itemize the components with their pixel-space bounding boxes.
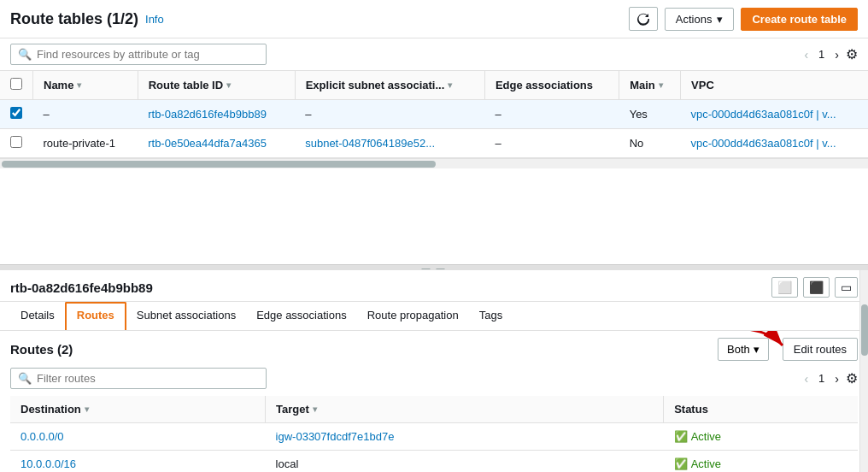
row2-rtid: rtb-0e50ea44dfa7a4365 (138, 129, 295, 158)
toolbar-left: Route tables (1/2) Info (10, 10, 164, 28)
top-toolbar: Route tables (1/2) Info Actions ▾ Create… (0, 0, 868, 38)
tab-edge-associations[interactable]: Edge associations (246, 302, 357, 330)
row1-vpc-link[interactable]: vpc-000dd4d63aa081c0f | v... (691, 108, 836, 121)
dest-sort-icon: ▾ (85, 404, 89, 414)
pagination: ‹ 1 › ⚙ (801, 46, 858, 63)
row1-rtid-link[interactable]: rtb-0a82d616fe4b9bb89 (148, 108, 267, 121)
routes-search-wrap: 🔍 (10, 368, 267, 389)
search-bar: 🔍 ‹ 1 › ⚙ (0, 38, 868, 71)
route-row: 10.0.0.0/16 local ✅ Active (10, 451, 858, 473)
routes-search-bar: 🔍 ‹ 1 › ⚙ (10, 368, 858, 389)
routes-title: Routes (2) (10, 342, 73, 357)
route1-target-link[interactable]: igw-03307fdcdf7e1bd7e (276, 430, 395, 443)
row1-main: Yes (619, 100, 681, 129)
routes-pagination: ‹ 1 › ⚙ (801, 370, 858, 387)
col-main: Main▾ (619, 71, 681, 100)
active-check-icon-2: ✅ (674, 457, 688, 470)
route1-status-label: Active (691, 430, 721, 443)
row2-rtid-link[interactable]: rtb-0e50ea44dfa7a4365 (148, 137, 267, 150)
col-edge-associations: Edge associations (484, 71, 619, 100)
routes-filter-input[interactable] (37, 372, 259, 385)
routes-actions: Both ▾ (718, 338, 858, 361)
route2-destination-link[interactable]: 10.0.0.0/16 (21, 457, 76, 470)
bottom-header: rtb-0a82d616fe4b9bb89 ⬜ ⬛ ▭ (0, 270, 868, 302)
table-settings-button[interactable]: ⚙ (846, 46, 858, 62)
prev-page-button[interactable]: ‹ (801, 46, 812, 63)
both-filter-button[interactable]: Both ▾ (718, 338, 769, 361)
tab-route-propagation[interactable]: Route propagation (357, 302, 469, 330)
routes-section: Routes (2) Both ▾ (0, 331, 868, 472)
both-label: Both (727, 343, 750, 356)
row2-main: No (619, 129, 681, 158)
routes-next-page-button[interactable]: › (831, 370, 842, 387)
col-name: Name▾ (33, 71, 138, 100)
row1-rtid: rtb-0a82d616fe4b9bb89 (138, 100, 295, 129)
route-row: 0.0.0.0/0 igw-03307fdcdf7e1bd7e ✅ Active (10, 423, 858, 451)
panel-collapse-icon[interactable]: ▭ (835, 277, 858, 298)
tab-subnet-associations[interactable]: Subnet associations (126, 302, 246, 330)
routes-table-settings-button[interactable]: ⚙ (846, 370, 858, 386)
row2-vpc: vpc-000dd4d63aa081c0f | v... (681, 129, 868, 158)
create-route-table-button[interactable]: Create route table (741, 8, 858, 31)
active-check-icon: ✅ (674, 430, 688, 443)
route2-status-label: Active (691, 457, 721, 470)
refresh-button[interactable] (629, 7, 658, 31)
row2-edge: – (484, 129, 619, 158)
route1-status: ✅ Active (664, 423, 858, 451)
search-input[interactable] (37, 48, 259, 61)
row1-checkbox[interactable] (10, 107, 22, 119)
select-all-checkbox[interactable] (10, 78, 22, 90)
panel-expand-icon[interactable]: ⬜ (771, 277, 798, 298)
horizontal-scrollbar[interactable] (0, 158, 868, 168)
route1-destination-link[interactable]: 0.0.0.0/0 (21, 430, 64, 443)
row2-vpc-link[interactable]: vpc-000dd4d63aa081c0f | v... (691, 137, 836, 150)
route-tables-table: Name▾ Route table ID▾ Explicit subnet as… (0, 71, 868, 158)
row1-edge: – (484, 100, 619, 129)
info-link[interactable]: Info (145, 13, 164, 26)
route2-status: ✅ Active (664, 451, 858, 473)
row2-name: route-private-1 (33, 129, 138, 158)
panel-split-icon[interactable]: ⬛ (803, 277, 830, 298)
routes-header: Routes (2) Both ▾ (10, 338, 858, 361)
right-scrollbar-thumb (861, 304, 868, 356)
routes-search-icon: 🔍 (18, 372, 32, 385)
routes-page-number: 1 (815, 372, 828, 385)
col-target: Target▾ (266, 396, 664, 423)
tab-routes[interactable]: Routes (65, 302, 126, 330)
name-sort-icon: ▾ (77, 80, 81, 90)
row2-check-cell (0, 129, 33, 158)
tab-tags[interactable]: Tags (469, 302, 513, 330)
row1-vpc: vpc-000dd4d63aa081c0f | v... (681, 100, 868, 129)
row1-check-cell (0, 100, 33, 129)
actions-label: Actions (676, 13, 713, 26)
search-input-wrap: 🔍 (10, 44, 267, 65)
routes-prev-page-button[interactable]: ‹ (801, 370, 812, 387)
col-route-table-id: Route table ID▾ (138, 71, 295, 100)
col-vpc: VPC (681, 71, 868, 100)
row2-subnet-link[interactable]: subnet-0487f064189e52... (305, 137, 435, 150)
toolbar-right: Actions ▾ Create route table (629, 7, 858, 31)
right-scrollbar[interactable] (859, 270, 868, 472)
col-explicit-subnet: Explicit subnet associati...▾ (295, 71, 484, 100)
main-container: Route tables (1/2) Info Actions ▾ Create… (0, 0, 868, 472)
actions-button[interactable]: Actions ▾ (665, 8, 735, 31)
page-number: 1 (815, 48, 828, 61)
route2-status-active: ✅ Active (674, 457, 847, 470)
tab-details[interactable]: Details (10, 302, 65, 330)
route1-target: igw-03307fdcdf7e1bd7e (266, 423, 664, 451)
routes-table: Destination▾ Target▾ Status 0.0.0.0/0 (10, 396, 858, 472)
row2-checkbox[interactable] (10, 136, 22, 148)
table-row[interactable]: – rtb-0a82d616fe4b9bb89 – – Yes vpc-000d… (0, 100, 868, 129)
next-page-button[interactable]: › (831, 46, 842, 63)
both-chevron-icon: ▾ (754, 343, 760, 356)
table-row[interactable]: route-private-1 rtb-0e50ea44dfa7a4365 su… (0, 129, 868, 158)
route1-status-active: ✅ Active (674, 430, 847, 443)
top-panel: Route tables (1/2) Info Actions ▾ Create… (0, 0, 868, 265)
edit-routes-button[interactable]: Edit routes (783, 338, 858, 361)
route2-target: local (266, 451, 664, 473)
search-icon: 🔍 (18, 48, 32, 61)
row2-subnet: subnet-0487f064189e52... (295, 129, 484, 158)
panel-title: Route tables (1/2) (10, 10, 138, 28)
tabs-bar: Details Routes Subnet associations Edge … (0, 302, 868, 331)
route-tables-table-container: Name▾ Route table ID▾ Explicit subnet as… (0, 71, 868, 158)
